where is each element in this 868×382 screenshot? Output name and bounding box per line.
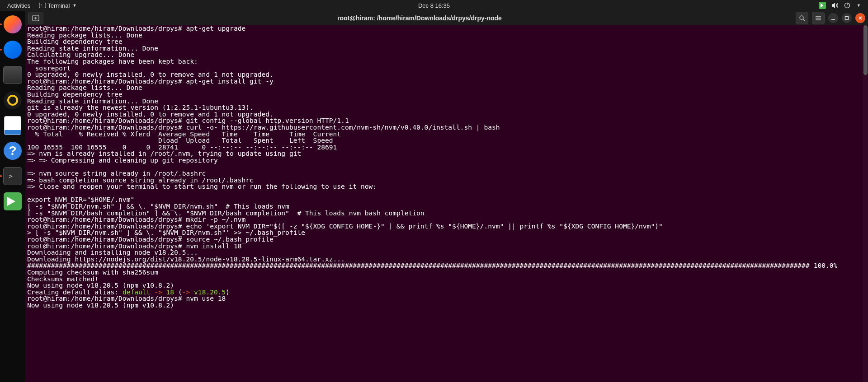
help-icon: ? (4, 142, 22, 160)
terminal-window: root@hiram: /home/hiram/Downloads/drpys/… (25, 11, 868, 382)
dock-firefox[interactable] (3, 14, 23, 34)
scrollbar-thumb[interactable] (863, 25, 868, 75)
svg-rect-12 (845, 17, 849, 20)
clock[interactable]: Dec 8 16:35 (418, 2, 450, 9)
rhythmbox-icon (4, 91, 22, 109)
app-menu[interactable]: Terminal ▼ (37, 1, 79, 10)
dock-help[interactable]: ? (3, 141, 23, 161)
dock-gitkraken[interactable] (3, 191, 23, 211)
power-icon[interactable] (844, 2, 850, 9)
terminal-tail: root@hiram:/home/hiram/Downloads/drpys# … (25, 295, 868, 308)
hamburger-icon (815, 15, 821, 21)
window-title: root@hiram: /home/hiram/Downloads/drpys/… (43, 14, 796, 22)
chevron-down-icon: ▼ (72, 3, 76, 8)
maximize-icon (844, 16, 849, 20)
close-button[interactable] (855, 13, 865, 23)
terminal-icon: >_ (3, 167, 22, 185)
hamburger-button[interactable] (812, 12, 825, 24)
svg-line-7 (803, 19, 805, 21)
terminal-top-icon (39, 3, 46, 8)
screen-share-icon[interactable] (819, 2, 826, 9)
close-icon (858, 16, 863, 20)
svg-rect-0 (39, 3, 46, 8)
system-chevron-down-icon[interactable]: ▼ (857, 3, 861, 8)
files-icon (3, 66, 22, 84)
dock-terminal[interactable]: >_ (3, 166, 23, 186)
scrollbar[interactable] (863, 25, 868, 382)
titlebar: root@hiram: /home/hiram/Downloads/drpys/… (25, 11, 868, 25)
activities-button[interactable]: Activities (4, 1, 34, 10)
search-button[interactable] (796, 12, 808, 24)
writer-icon (4, 116, 21, 135)
dock: ? >_ (0, 11, 25, 382)
minimize-button[interactable] (828, 13, 838, 23)
dock-rhythmbox[interactable] (3, 90, 23, 110)
terminal-output: root@hiram:/home/hiram/Downloads/drpys# … (25, 25, 868, 289)
app-menu-label: Terminal (47, 2, 70, 9)
maximize-button[interactable] (842, 13, 852, 23)
new-tab-icon (32, 15, 39, 21)
search-icon (799, 15, 805, 21)
svg-point-6 (800, 16, 803, 19)
dock-writer[interactable] (3, 116, 23, 135)
dock-thunderbird[interactable] (3, 40, 23, 60)
gitkraken-icon (4, 192, 22, 210)
new-tab-button[interactable] (28, 12, 43, 24)
firefox-icon (4, 15, 22, 33)
volume-icon[interactable] (831, 2, 839, 9)
thunderbird-icon (4, 41, 22, 59)
terminal-body[interactable]: root@hiram:/home/hiram/Downloads/drpys# … (25, 25, 868, 382)
top-panel: Activities Terminal ▼ Dec 8 16:35 ▼ (0, 0, 868, 11)
dock-files[interactable] (3, 65, 23, 85)
minimize-icon (831, 16, 835, 20)
